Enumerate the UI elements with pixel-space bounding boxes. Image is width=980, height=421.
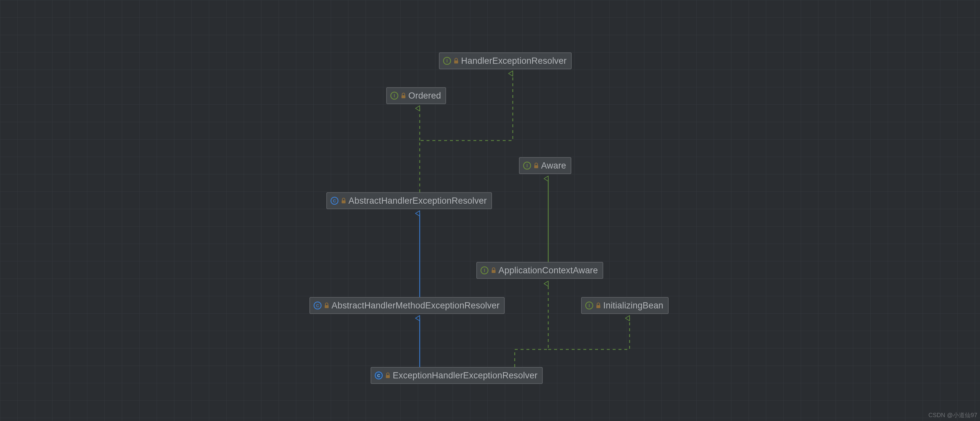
svg-rect-5 [401,95,406,98]
node-initializing-bean[interactable]: I InitializingBean [581,297,669,314]
class-icon: C [313,301,322,310]
svg-text:I: I [394,93,395,98]
interface-icon: I [443,57,451,65]
node-application-context-aware[interactable]: I ApplicationContextAware [476,262,603,279]
lock-icon [491,267,496,273]
node-label: AbstractHandlerMethodExceptionResolver [331,300,500,311]
lock-icon [533,162,539,169]
svg-text:C: C [377,373,380,378]
svg-text:I: I [527,163,528,168]
lock-icon [340,197,347,204]
svg-rect-8 [534,165,538,168]
lock-icon [453,57,459,64]
node-aware[interactable]: I Aware [519,157,571,174]
svg-rect-14 [492,270,496,273]
node-label: Ordered [408,91,441,101]
svg-text:C: C [333,199,336,203]
svg-text:I: I [589,303,590,308]
node-label: ExceptionHandlerExceptionResolver [393,370,538,381]
svg-text:I: I [446,58,448,64]
node-exception-handler-exception-resolver[interactable]: C ExceptionHandlerExceptionResolver [371,367,543,384]
lock-icon [401,92,406,99]
interface-icon: I [480,266,489,275]
svg-text:I: I [484,268,485,273]
node-label: ApplicationContextAware [498,265,598,276]
uml-canvas[interactable]: I HandlerExceptionResolver I Ordered I A… [0,0,980,421]
svg-rect-20 [597,305,600,308]
svg-rect-11 [342,200,345,203]
node-label: HandlerExceptionResolver [461,56,566,66]
svg-rect-17 [325,305,329,308]
node-abstract-handler-exception-resolver[interactable]: C AbstractHandlerExceptionResolver [326,192,492,209]
watermark: CSDN @小道仙97 [929,411,978,419]
node-label: AbstractHandlerExceptionResolver [348,196,487,206]
class-icon: C [374,371,383,380]
node-ordered[interactable]: I Ordered [386,87,446,104]
svg-rect-23 [386,375,390,378]
lock-icon [595,302,601,309]
lock-icon [385,372,391,379]
svg-text:C: C [316,303,319,308]
node-handler-exception-resolver[interactable]: I HandlerExceptionResolver [439,52,572,69]
node-label: InitializingBean [603,300,663,311]
interface-icon: I [585,301,593,310]
interface-icon: I [390,91,399,100]
lock-icon [324,302,329,309]
interface-icon: I [523,161,531,170]
svg-rect-2 [454,60,458,64]
node-abstract-handler-method-exception-resolver[interactable]: C AbstractHandlerMethodExceptionResolver [309,297,504,314]
class-icon: C [330,197,339,205]
node-label: Aware [541,161,566,171]
